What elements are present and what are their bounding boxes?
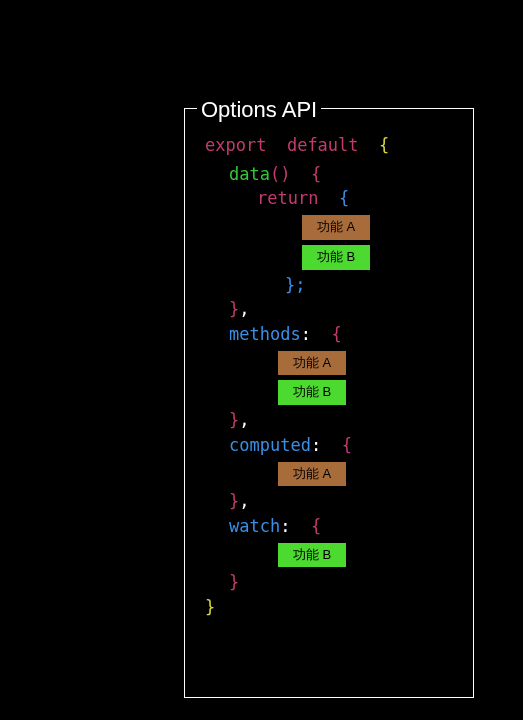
brace-open: {: [379, 135, 389, 155]
line-return: return {: [205, 186, 453, 211]
keyword-return: return: [257, 188, 318, 208]
keyword-data: data: [229, 164, 270, 184]
code-block: export default { data() { return { 功能 A …: [185, 109, 473, 640]
watch-badge-b-row: 功能 B: [205, 541, 453, 569]
line-watch-close: }: [205, 570, 453, 595]
colon: :: [301, 324, 311, 344]
keyword-computed: computed: [229, 435, 311, 455]
keyword-export: export: [205, 135, 266, 155]
feature-b-badge: 功能 B: [301, 244, 371, 271]
brace-open: {: [339, 188, 349, 208]
line-computed: computed: {: [205, 433, 453, 458]
panel-title: Options API: [197, 97, 321, 123]
keyword-methods: methods: [229, 324, 301, 344]
brace-open: {: [311, 164, 321, 184]
keyword-watch: watch: [229, 516, 280, 536]
brace-close: }: [229, 410, 239, 430]
line-methods: methods: {: [205, 322, 453, 347]
line-computed-close: },: [205, 489, 453, 514]
line-export-close: }: [205, 595, 453, 620]
options-api-panel: Options API export default { data() { re…: [184, 108, 474, 698]
computed-badge-a-row: 功能 A: [205, 460, 453, 488]
data-badge-b-row: 功能 B: [205, 243, 453, 271]
feature-b-badge: 功能 B: [277, 379, 347, 406]
line-return-close: };: [205, 273, 453, 298]
feature-a-badge: 功能 A: [301, 214, 371, 241]
comma: ,: [239, 299, 249, 319]
methods-badge-a-row: 功能 A: [205, 349, 453, 377]
brace-close: }: [229, 572, 239, 592]
feature-a-badge: 功能 A: [277, 350, 347, 377]
brace-close: }: [229, 299, 239, 319]
line-data-close: },: [205, 297, 453, 322]
brace-open: {: [331, 324, 341, 344]
brace-close: }: [205, 597, 215, 617]
line-watch: watch: {: [205, 514, 453, 539]
feature-a-badge: 功能 A: [277, 461, 347, 488]
data-badge-a-row: 功能 A: [205, 213, 453, 241]
feature-b-badge: 功能 B: [277, 542, 347, 569]
line-methods-close: },: [205, 408, 453, 433]
keyword-default: default: [287, 135, 359, 155]
brace-open: {: [342, 435, 352, 455]
comma: ,: [239, 410, 249, 430]
brace-close: };: [285, 275, 305, 295]
paren: (): [270, 164, 290, 184]
methods-badge-b-row: 功能 B: [205, 378, 453, 406]
colon: :: [280, 516, 290, 536]
brace-open: {: [311, 516, 321, 536]
brace-close: }: [229, 491, 239, 511]
colon: :: [311, 435, 321, 455]
line-data: data() {: [205, 162, 453, 187]
line-export: export default {: [205, 133, 453, 158]
comma: ,: [239, 491, 249, 511]
